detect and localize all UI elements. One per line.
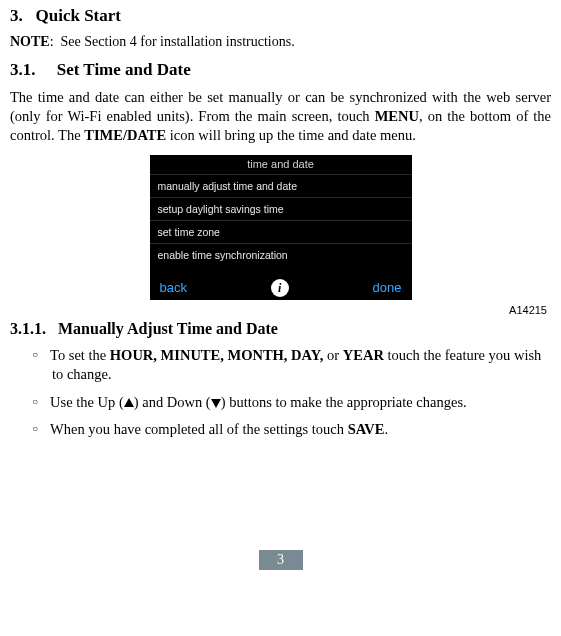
bullet-marker: ○ — [32, 349, 50, 360]
subsubsection-number: 3.1.1. — [10, 320, 46, 337]
device-screen-title: time and date — [150, 155, 412, 174]
done-button[interactable]: done — [373, 280, 402, 295]
intro-paragraph: The time and date can either be set manu… — [10, 88, 551, 145]
b1-bold2: YEAR — [343, 347, 384, 363]
list-item: ○To set the HOUR, MINUTE, MONTH, DAY, or… — [32, 346, 551, 385]
b3-bold: SAVE — [348, 421, 385, 437]
note-label: NOTE — [10, 34, 50, 49]
b3-post: . — [384, 421, 388, 437]
para-timedate: TIME/DATE — [84, 127, 166, 143]
device-footer: back i done — [150, 276, 412, 300]
back-button[interactable]: back — [160, 280, 187, 295]
b2-post: ) buttons to make the appropriate change… — [221, 394, 467, 410]
b2-mid: ) and Down ( — [134, 394, 211, 410]
subsection-number: 3.1. — [10, 60, 36, 79]
b3-pre: When you have completed all of the setti… — [50, 421, 348, 437]
page-number: 3 — [259, 550, 303, 570]
device-row-manual[interactable]: manually adjust time and date — [150, 174, 412, 197]
device-screen: time and date manually adjust time and d… — [150, 155, 412, 300]
bullet-marker: ○ — [32, 396, 50, 407]
subsection-heading: 3.1. Set Time and Date — [10, 60, 551, 80]
para-post: icon will bring up the time and date men… — [166, 127, 416, 143]
bullet-marker: ○ — [32, 423, 50, 434]
info-icon[interactable]: i — [271, 279, 289, 297]
note-line: NOTE: See Section 4 for installation ins… — [10, 34, 551, 50]
b1-pre: To set the — [50, 347, 110, 363]
figure-id: A14215 — [10, 304, 547, 316]
bullet-list: ○To set the HOUR, MINUTE, MONTH, DAY, or… — [32, 346, 551, 440]
figure: time and date manually adjust time and d… — [10, 155, 551, 300]
device-row-timezone[interactable]: set time zone — [150, 220, 412, 243]
up-arrow-icon — [124, 398, 134, 407]
section-number: 3. — [10, 6, 23, 25]
list-item: ○Use the Up () and Down () buttons to ma… — [32, 393, 551, 413]
b1-mid: or — [323, 347, 342, 363]
subsubsection-title: Manually Adjust Time and Date — [58, 320, 278, 337]
down-arrow-icon — [211, 399, 221, 408]
note-text: See Section 4 for installation instructi… — [61, 34, 295, 49]
b2-pre: Use the Up ( — [50, 394, 124, 410]
para-menu: MENU — [375, 108, 419, 124]
section-title: Quick Start — [36, 6, 121, 25]
subsubsection-heading: 3.1.1. Manually Adjust Time and Date — [10, 320, 551, 338]
subsection-title: Set Time and Date — [57, 60, 191, 79]
list-item: ○When you have completed all of the sett… — [32, 420, 551, 440]
device-row-sync[interactable]: enable time synchronization — [150, 243, 412, 266]
device-row-dst[interactable]: setup daylight savings time — [150, 197, 412, 220]
page: 3. Quick Start NOTE: See Section 4 for i… — [0, 0, 561, 578]
b1-bold: HOUR, MINUTE, MONTH, DAY, — [110, 347, 324, 363]
section-heading: 3. Quick Start — [10, 6, 551, 26]
